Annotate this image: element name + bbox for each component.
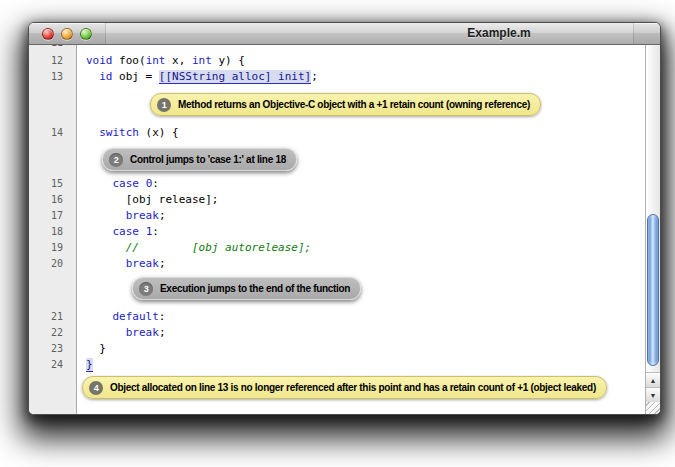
code-line-19: 19 // [obj autorelease]; (29, 240, 645, 256)
code-segment: case (113, 225, 140, 238)
code-segment: [[NSString alloc] init] (159, 70, 311, 84)
code-segment: break (126, 326, 159, 339)
code-line-18: 18 case 1: (29, 224, 645, 240)
code-segment: default (113, 310, 159, 323)
window-title: Example.m (439, 26, 559, 40)
line-number: 17 (29, 208, 63, 224)
code-text: break; (86, 209, 166, 222)
bubble-text: Object allocated on line 13 is no longer… (110, 382, 596, 393)
code-segment (86, 257, 126, 270)
bubble-row: 2Control jumps to 'case 1:' at line 18 (29, 148, 645, 171)
code-segment: break (126, 257, 159, 270)
line-number: 20 (29, 256, 63, 272)
code-segment: ; (159, 257, 166, 270)
code-segment: : (152, 225, 159, 238)
line-number: 21 (29, 309, 63, 325)
code-line-24: 24} (29, 357, 645, 373)
analyzer-bubble-1: 1Method returns an Objective-C object wi… (150, 93, 541, 116)
resize-grip[interactable] (646, 402, 660, 414)
code-segment (86, 225, 113, 238)
code-segment: obj = (113, 70, 159, 83)
code-segment: case (113, 177, 140, 190)
code-segment: ; (159, 326, 166, 339)
code-line-21: 21 default: (29, 309, 645, 325)
code-segment: ; (311, 70, 318, 83)
line-number: 11 (29, 45, 63, 51)
code-text: } (86, 358, 93, 372)
line-number: 14 (29, 125, 63, 141)
bubble-text: Method returns an Objective-C object wit… (178, 99, 530, 110)
code-rows: 1112void foo(int x, int y) {13 id obj = … (29, 45, 645, 414)
minimize-button[interactable] (61, 28, 73, 40)
code-segment: switch (99, 126, 139, 139)
scroll-down-button[interactable]: ▼ (646, 387, 660, 402)
code-segment: [obj release]; (86, 193, 218, 206)
code-text: case 1: (86, 225, 159, 238)
code-segment: id (99, 70, 112, 83)
bubble-step-number: 2 (109, 153, 123, 167)
code-segment: ; (159, 209, 166, 222)
code-line-11: 11 (29, 45, 645, 51)
code-line-13: 13 id obj = [[NSString alloc] init]; (29, 69, 645, 85)
code-text: [obj release]; (86, 193, 218, 206)
code-segment: (x) { (139, 126, 179, 139)
code-segment (86, 126, 99, 139)
code-line-22: 22 break; (29, 325, 645, 341)
code-segment: int (146, 54, 166, 67)
line-number: 16 (29, 192, 63, 208)
code-segment: } (86, 342, 106, 355)
code-segment: foo( (113, 54, 146, 67)
line-number: 12 (29, 53, 63, 69)
code-line-23: 23 } (29, 341, 645, 357)
bubble-step-number: 1 (157, 98, 171, 112)
analyzer-bubble-3: 3Execution jumps to the end of the funct… (132, 277, 361, 300)
vertical-scrollbar[interactable]: ▲ ▼ (645, 45, 660, 414)
scrollbar-thumb[interactable] (647, 214, 659, 366)
code-text: void foo(int x, int y) { (86, 54, 245, 67)
bubble-row: 3Execution jumps to the end of the funct… (29, 277, 645, 300)
down-arrow-icon: ▼ (650, 392, 657, 399)
bubble-row: 4Object allocated on line 13 is no longe… (29, 376, 645, 399)
line-number: 15 (29, 176, 63, 192)
line-number: 18 (29, 224, 63, 240)
code-line-15: 15 case 0: (29, 176, 645, 192)
zoom-button[interactable] (80, 28, 92, 40)
code-line-14: 14 switch (x) { (29, 125, 645, 141)
code-segment: } (86, 358, 93, 372)
code-segment: x, (166, 54, 193, 67)
bubble-text: Control jumps to 'case 1:' at line 18 (130, 154, 286, 165)
window-example-m: Example.m 1112void foo(int x, int y) {13… (28, 22, 661, 415)
code-segment: : (159, 310, 166, 323)
bubble-text: Execution jumps to the end of the functi… (160, 283, 350, 294)
window-controls (42, 28, 92, 40)
title-bar[interactable]: Example.m (29, 23, 660, 45)
scroll-up-button[interactable]: ▲ (646, 372, 660, 387)
code-text: break; (86, 257, 166, 270)
code-line-17: 17 break; (29, 208, 645, 224)
code-text: case 0: (86, 177, 159, 190)
code-segment: // [obj autorelease]; (126, 241, 311, 254)
code-text: default: (86, 310, 165, 323)
code-segment (86, 209, 126, 222)
line-number: 19 (29, 240, 63, 256)
code-segment: void (86, 54, 113, 67)
close-button[interactable] (42, 28, 54, 40)
scrollbar-track[interactable] (646, 45, 660, 372)
code-text: break; (86, 326, 166, 339)
code-segment: y) { (212, 54, 245, 67)
code-segment: int (192, 54, 212, 67)
code-line-12: 12void foo(int x, int y) { (29, 53, 645, 69)
bubble-step-number: 3 (139, 282, 153, 296)
code-text: // [obj autorelease]; (86, 241, 311, 254)
bubble-row: 1Method returns an Objective-C object wi… (29, 93, 645, 116)
code-segment (86, 310, 113, 323)
line-number: 23 (29, 341, 63, 357)
code-segment: : (152, 177, 159, 190)
code-text: id obj = [[NSString alloc] init]; (86, 70, 318, 84)
line-number: 22 (29, 325, 63, 341)
code-segment (86, 241, 126, 254)
bubble-step-number: 4 (89, 381, 103, 395)
editor-content[interactable]: 1112void foo(int x, int y) {13 id obj = … (29, 45, 660, 414)
code-segment (86, 177, 113, 190)
code-segment (139, 177, 146, 190)
